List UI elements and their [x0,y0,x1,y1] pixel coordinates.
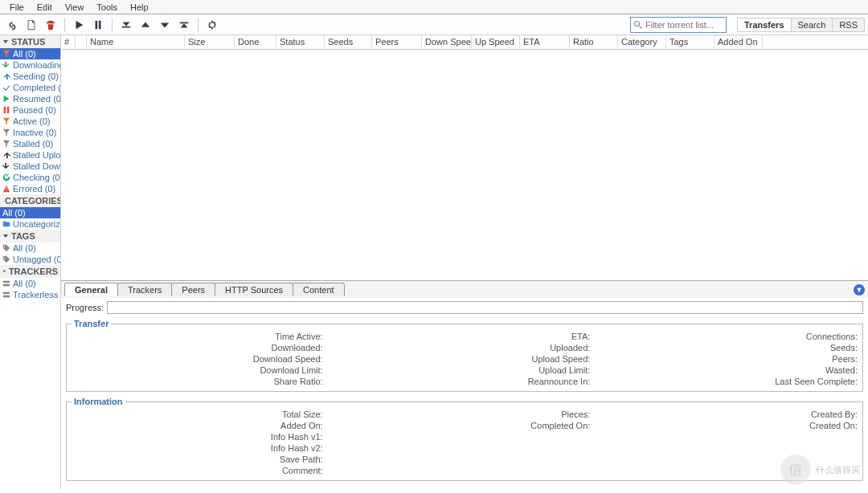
col-14[interactable]: Added On [714,35,763,49]
sb-head-status[interactable]: STATUS [0,35,60,48]
add-file-button[interactable] [23,16,40,34]
sb-status-4[interactable]: Resumed (0) [0,93,60,104]
col-11[interactable]: Ratio [570,35,618,49]
sb-status-1[interactable]: Downloading (0) [0,59,60,71]
info-field-1-2: Created On: [606,421,858,430]
menu-help[interactable]: Help [124,1,155,14]
pause-button[interactable] [89,16,107,34]
detail-tab-http[interactable]: HTTP Sources [215,283,293,296]
col-0[interactable]: # [61,35,76,49]
information-fieldset: Information Total Size:Pieces:Created By… [66,397,863,481]
transfer-field-1-1: Uploaded: [339,343,591,352]
filter-input[interactable] [645,20,718,30]
sb-status-11[interactable]: Checking (0) [0,172,60,183]
tab-search[interactable]: Search [791,18,833,32]
down-priority-button[interactable] [156,16,174,34]
top-priority-button[interactable] [117,16,135,34]
sb-trackers-1[interactable]: Trackerless (0) [0,289,60,300]
add-link-button[interactable] [3,16,21,34]
menu-tools[interactable]: Tools [90,1,124,14]
col-9[interactable]: Up Speed [472,35,520,49]
sb-tags-1[interactable]: Untagged (0) [0,254,60,265]
progress-label: Progress: [66,303,104,312]
col-10[interactable]: ETA [520,35,570,49]
search-icon [633,20,643,30]
menu-view[interactable]: View [59,1,91,14]
progress-bar [107,301,863,314]
col-5[interactable]: Status [276,35,325,49]
menu-file[interactable]: File [3,1,31,14]
sb-status-10[interactable]: Stalled Downlo... [0,161,60,172]
tab-transfers[interactable]: Transfers [737,18,792,32]
detail-body: Progress: Transfer Time Active:ETA:Conne… [61,298,868,489]
sb-categories-1[interactable]: Uncategorized (0) [0,218,60,230]
settings-button[interactable] [203,16,221,34]
sb-status-9[interactable]: Stalled Uploadi... [0,149,60,161]
col-6[interactable]: Seeds [325,35,372,49]
information-legend: Information [72,397,125,406]
info-field-5-1 [339,466,591,475]
info-field-1-1: Completed On: [339,421,591,430]
info-field-4-0: Save Path: [72,454,323,464]
sb-tags-0[interactable]: All (0) [0,242,60,254]
svg-point-0 [634,21,639,26]
info-field-3-0: Info Hash v2: [72,443,323,453]
transfer-field-4-2: Last Seen Complete: [606,377,858,386]
sb-status-7[interactable]: Inactive (0) [0,127,60,138]
sb-trackers-0[interactable]: All (0) [0,278,60,289]
bottom-priority-button[interactable] [175,16,193,34]
play-button[interactable] [70,16,88,34]
detail-tab-peers[interactable]: Peers [171,283,215,296]
transfer-field-3-2: Wasted: [606,365,858,375]
watermark: 值 什么值得买 [780,454,860,485]
detail-tab-content[interactable]: Content [293,283,345,296]
separator [64,18,65,32]
sb-status-8[interactable]: Stalled (0) [0,138,60,149]
table-header: #NameSizeDoneStatusSeedsPeersDown SpeedU… [61,35,868,50]
detail-tab-general[interactable]: General [64,283,118,296]
col-7[interactable]: Peers [372,35,422,49]
filter-search[interactable] [630,17,727,33]
col-4[interactable]: Done [235,35,276,49]
col-3[interactable]: Size [185,35,235,49]
transfer-field-1-0: Downloaded: [72,343,323,352]
transfer-field-2-1: Upload Speed: [339,354,591,364]
separator [198,18,199,32]
transfer-field-1-2: Seeds: [606,343,858,352]
sb-categories-0[interactable]: All (0) [0,207,60,218]
detail-tab-trackers[interactable]: Trackers [117,283,172,296]
progress-row: Progress: [66,301,863,314]
sb-status-3[interactable]: Completed (0) [0,82,60,93]
detail-collapse-icon[interactable]: ▼ [854,284,865,295]
sb-status-0[interactable]: All (0) [0,48,60,59]
info-field-4-1 [339,454,591,464]
svg-rect-2 [3,284,10,287]
info-field-5-0: Comment: [72,466,323,475]
tab-rss[interactable]: RSS [832,18,865,32]
svg-rect-1 [3,281,10,283]
sb-status-6[interactable]: Active (0) [0,116,60,127]
menu-edit[interactable]: Edit [31,1,59,14]
watermark-icon: 值 [780,454,811,485]
info-field-3-2 [606,443,858,453]
col-13[interactable]: Tags [666,35,714,49]
info-field-1-0: Added On: [72,421,323,430]
info-field-2-0: Info Hash v1: [72,432,323,442]
col-12[interactable]: Category [618,35,666,49]
transfer-field-2-2: Peers: [606,354,858,364]
col-2[interactable]: Name [87,35,185,49]
col-8[interactable]: Down Speed [422,35,472,49]
sb-head-tags[interactable]: TAGS [0,230,60,242]
delete-button[interactable] [42,16,59,34]
info-field-0-2: Created By: [606,409,858,419]
content: #NameSizeDoneStatusSeedsPeersDown SpeedU… [61,35,868,489]
up-priority-button[interactable] [137,16,154,34]
sb-head-categories[interactable]: CATEGORIES [0,194,60,207]
sb-status-2[interactable]: Seeding (0) [0,71,60,82]
transfer-field-0-2: Connections: [606,332,858,341]
sb-status-12[interactable]: Errored (0) [0,183,60,194]
sb-head-trackers[interactable]: TRACKERS [0,265,60,278]
sb-status-5[interactable]: Paused (0) [0,104,60,116]
transfer-field-0-1: ETA: [339,332,591,341]
col-1[interactable] [76,35,87,49]
